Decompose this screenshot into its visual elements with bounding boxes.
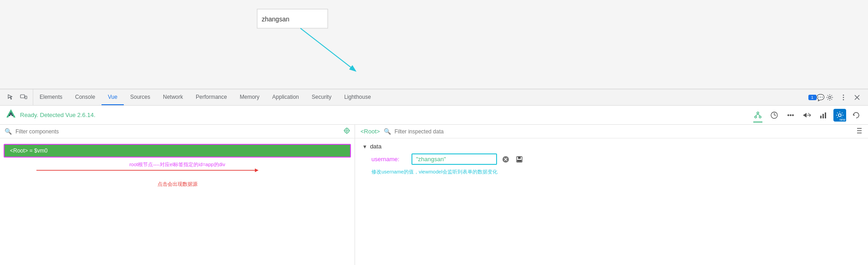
- component-tag-text: <Root> = $vm0: [10, 148, 47, 154]
- svg-line-14: [758, 114, 760, 116]
- search-icon-right: 🔍: [384, 128, 391, 135]
- tab-elements[interactable]: Elements: [33, 89, 69, 105]
- click-hint-text: 点击会出现数据源: [0, 181, 355, 188]
- svg-text:▾: ▾: [808, 112, 809, 115]
- tab-memory[interactable]: Memory: [233, 89, 266, 105]
- right-header: <Root> 🔍: [355, 125, 868, 138]
- performance-icon[interactable]: [817, 109, 830, 122]
- component-tree-icon[interactable]: [751, 109, 764, 122]
- svg-rect-23: [822, 114, 824, 118]
- more-options-icon[interactable]: [838, 92, 849, 103]
- close-icon[interactable]: [852, 92, 863, 103]
- clear-field-button[interactable]: [501, 154, 511, 164]
- vue-status-text: Ready. Detected Vue 2.6.14.: [20, 112, 748, 118]
- svg-line-1: [300, 28, 355, 71]
- devtools-panel: Elements Console Vue Sources Network Per…: [0, 89, 868, 265]
- svg-rect-3: [25, 96, 27, 99]
- svg-point-10: [757, 112, 759, 114]
- vuex-icon[interactable]: [784, 109, 797, 122]
- speech-icon: 💬: [817, 94, 824, 101]
- svg-rect-0: [257, 9, 328, 28]
- data-header: ▼ data: [362, 143, 861, 150]
- data-expand-arrow[interactable]: ▼: [362, 144, 367, 149]
- field-value-username[interactable]: [411, 153, 497, 165]
- tab-security[interactable]: Security: [305, 89, 338, 105]
- target-icon[interactable]: [344, 127, 350, 135]
- modify-hint-text: 修改username的值，viewmodel会监听到表单的数据变化: [362, 168, 861, 175]
- svg-point-20: [792, 114, 794, 116]
- vue-settings-new-icon[interactable]: new: [833, 109, 846, 122]
- svg-line-13: [756, 114, 758, 116]
- router-icon[interactable]: ▾: [801, 109, 813, 122]
- expand-icon[interactable]: [856, 127, 863, 135]
- svg-marker-33: [255, 168, 259, 172]
- svg-point-6: [843, 97, 844, 98]
- left-panel: 🔍 <Root> = $vm0 root根: [0, 125, 355, 265]
- svg-point-12: [759, 116, 761, 118]
- tab-right-icons: 1 💬: [807, 92, 866, 103]
- tab-application[interactable]: Application: [266, 89, 305, 105]
- tab-console[interactable]: Console: [69, 89, 102, 105]
- vue-logo: [5, 108, 16, 122]
- svg-point-19: [790, 114, 792, 116]
- device-toolbar-icon[interactable]: [18, 92, 29, 103]
- tab-sources[interactable]: Sources: [124, 89, 157, 105]
- component-list: <Root> = $vm0 root根节点----对应el标签指定的id=app…: [0, 138, 355, 265]
- page-area: zhangsan: [0, 0, 868, 89]
- svg-point-27: [346, 130, 348, 132]
- data-section: ▼ data username:: [355, 138, 868, 180]
- data-field-username: username:: [362, 153, 861, 165]
- filter-bar-left: 🔍: [0, 125, 355, 138]
- svg-rect-2: [20, 95, 25, 98]
- svg-point-11: [755, 116, 756, 118]
- tab-lighthouse[interactable]: Lighthouse: [338, 89, 377, 105]
- root-tag-label: <Root>: [360, 128, 380, 135]
- tab-performance[interactable]: Performance: [189, 89, 233, 105]
- settings-icon[interactable]: [824, 92, 835, 103]
- main-content: 🔍 <Root> = $vm0 root根: [0, 125, 868, 265]
- inspect-icon[interactable]: [5, 92, 16, 103]
- root-component-item[interactable]: <Root> = $vm0: [4, 144, 351, 158]
- vue-bar: Ready. Detected Vue 2.6.14.: [0, 106, 868, 125]
- svg-point-4: [829, 96, 831, 98]
- svg-rect-24: [825, 112, 826, 118]
- new-label: new: [838, 117, 846, 122]
- svg-point-18: [787, 114, 789, 116]
- tab-network[interactable]: Network: [157, 89, 189, 105]
- filter-inspected-input[interactable]: [395, 128, 853, 135]
- right-panel: <Root> 🔍 ▼ data username:: [355, 125, 868, 265]
- search-icon-left: 🔍: [5, 128, 12, 135]
- svg-point-25: [838, 114, 841, 117]
- tooltip-text: zhangsan: [262, 15, 289, 23]
- data-section-label: data: [370, 143, 381, 150]
- tab-bar: Elements Console Vue Sources Network Per…: [0, 89, 868, 106]
- tabs-list: Elements Console Vue Sources Network Per…: [33, 89, 807, 105]
- refresh-icon[interactable]: [850, 109, 863, 122]
- svg-point-7: [843, 99, 844, 100]
- svg-rect-39: [517, 160, 522, 162]
- badge-count: 1: [808, 95, 817, 100]
- tab-icon-group: [2, 89, 33, 105]
- console-badge[interactable]: 1 💬: [811, 92, 822, 103]
- svg-rect-38: [518, 157, 521, 159]
- tab-vue[interactable]: Vue: [102, 89, 124, 105]
- save-field-button[interactable]: [514, 154, 524, 164]
- field-key-username: username:: [371, 156, 408, 163]
- svg-point-5: [843, 94, 844, 96]
- filter-components-input[interactable]: [15, 128, 340, 135]
- svg-point-26: [345, 128, 349, 133]
- red-arrow-annotation: [36, 163, 264, 177]
- svg-rect-22: [820, 116, 822, 118]
- vue-toolbar-icons: ▾ new: [751, 109, 863, 122]
- timeline-icon[interactable]: [768, 109, 781, 122]
